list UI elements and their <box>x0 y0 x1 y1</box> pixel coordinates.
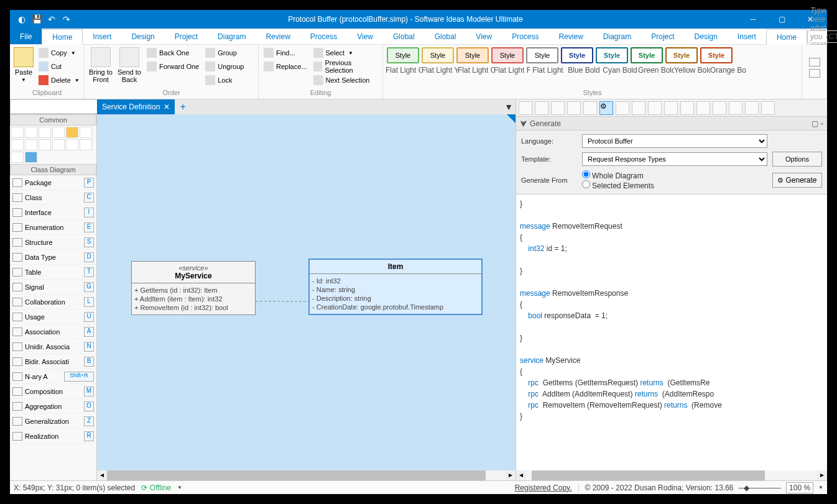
folder-tool[interactable] <box>66 127 78 138</box>
style-orange-bol[interactable]: Style <box>700 47 733 63</box>
code-output[interactable]: } message RemoveItemRequest{ int32 id = … <box>516 195 827 470</box>
tool-data-type[interactable]: Data TypeD <box>10 250 96 265</box>
ts-icon[interactable] <box>616 101 629 115</box>
code-hscroll[interactable]: ◂ ▸ <box>516 470 827 480</box>
style-cyan-bold[interactable]: Style <box>596 47 628 63</box>
tab-service-definition[interactable]: Service Definition ✕ <box>97 99 175 114</box>
tool-bidir-associati[interactable]: Bidir. AssociatiB <box>10 354 96 369</box>
ts-icon[interactable] <box>696 101 710 115</box>
tool-class[interactable]: ClassC <box>10 190 96 205</box>
generate-button[interactable]: ⚙ Generate <box>772 173 822 188</box>
menu-global[interactable]: Global <box>425 29 466 44</box>
menu-process[interactable]: Process <box>300 29 347 44</box>
menu-view[interactable]: View <box>466 29 502 44</box>
ts-icon[interactable] <box>648 101 662 115</box>
style-flat-light[interactable]: Style <box>526 47 558 63</box>
menu-global[interactable]: Global <box>383 29 425 44</box>
rect-tool[interactable] <box>80 127 92 138</box>
style-blue-bold[interactable]: Style <box>561 47 593 63</box>
tool-association[interactable]: AssociationA <box>10 324 96 339</box>
extra-icon[interactable] <box>809 58 820 66</box>
back-one-button[interactable]: Back One <box>144 46 201 60</box>
tool-package[interactable]: PackageP <box>10 175 96 190</box>
style-flat-light-o[interactable]: Style <box>456 47 489 63</box>
pin-icon[interactable]: ▢ ▫ <box>812 119 823 128</box>
tool-realization[interactable]: RealizationR <box>10 429 96 444</box>
menu-home[interactable]: Home <box>42 29 83 45</box>
tool-unidir-associa[interactable]: Unidir. AssociaN <box>10 339 96 354</box>
ts-icon[interactable] <box>519 101 532 115</box>
line-tool[interactable] <box>11 139 24 150</box>
box-tool[interactable] <box>52 139 65 150</box>
language-select[interactable]: Protocol Buffer <box>582 134 767 148</box>
style-yellow-bold[interactable]: Style <box>665 47 698 63</box>
find-button[interactable]: Find... <box>261 46 310 60</box>
minimize-button[interactable]: ─ <box>739 10 767 29</box>
classdiag-header[interactable]: Class Diagram <box>10 164 96 175</box>
tool-aggregation[interactable]: AggregationO <box>10 399 96 414</box>
menu-insert[interactable]: Insert <box>728 29 766 44</box>
ts-icon[interactable] <box>680 101 694 115</box>
copy-button[interactable]: Copy▼ <box>36 46 82 60</box>
window-tool[interactable] <box>80 139 92 150</box>
group-button[interactable]: Group <box>203 46 246 60</box>
grid-tool[interactable] <box>66 139 78 150</box>
menu-file[interactable]: File <box>10 29 42 44</box>
forward-one-button[interactable]: Forward One <box>144 60 201 73</box>
menu-project[interactable]: Project <box>641 29 684 44</box>
ts-icon[interactable] <box>632 101 645 115</box>
ts-icon[interactable] <box>729 101 742 115</box>
paste-button[interactable]: Paste ▼ <box>12 46 35 84</box>
style-flat-light-y[interactable]: Style <box>422 47 454 63</box>
style-flat-light-r[interactable]: Style <box>491 47 524 63</box>
prev-selection-button[interactable]: Previous Selection <box>311 60 380 73</box>
registration-link[interactable]: Registered Copy. <box>515 483 572 492</box>
association-line[interactable] <box>256 301 309 302</box>
uml-service-box[interactable]: «service» MyService + GetItems (id : int… <box>131 261 256 315</box>
tool-structure[interactable]: StructureS <box>10 235 96 250</box>
cut-button[interactable]: Cut <box>36 60 82 73</box>
ts-generate-icon[interactable]: ⚙ <box>599 101 613 115</box>
menu-review[interactable]: Review <box>256 29 300 44</box>
replace-button[interactable]: Replace... <box>261 60 310 73</box>
template-select[interactable]: Request Response Types <box>582 152 767 166</box>
ts-icon[interactable] <box>761 101 775 115</box>
menu-home[interactable]: Home <box>766 29 807 45</box>
menu-insert[interactable]: Insert <box>83 29 121 44</box>
menu-diagram[interactable]: Diagram <box>593 29 641 44</box>
chevron-down-icon[interactable]: ▼ <box>177 485 182 490</box>
menu-review[interactable]: Review <box>549 29 593 44</box>
menu-project[interactable]: Project <box>165 29 208 44</box>
move-tool[interactable] <box>25 127 37 138</box>
uml-item-box[interactable]: Item - Id: int32- Name: string- Descript… <box>308 259 483 315</box>
ts-icon[interactable] <box>567 101 581 115</box>
common-header[interactable]: Common <box>10 114 96 126</box>
tool-enumeration[interactable]: EnumerationE <box>10 220 96 235</box>
ts-icon[interactable] <box>745 101 759 115</box>
ts-icon[interactable] <box>713 101 726 115</box>
menu-design[interactable]: Design <box>121 29 164 44</box>
zoom-slider[interactable]: ─◆────── <box>739 483 782 492</box>
search-box[interactable]: Type here what you want to do... (CTRL+Q… <box>807 30 837 43</box>
whole-diagram-radio[interactable]: Whole Diagram <box>582 172 644 180</box>
tab-menu-icon[interactable]: ▼ <box>502 102 516 112</box>
tool-interface[interactable]: InterfaceI <box>10 205 96 220</box>
delete-button[interactable]: Delete▼ <box>36 73 82 87</box>
menu-view[interactable]: View <box>347 29 383 44</box>
zoom-dropdown-icon[interactable]: ▼ <box>818 485 823 490</box>
bring-to-front-button[interactable]: Bring to Front <box>87 46 114 85</box>
zoom-tool[interactable] <box>39 127 51 138</box>
tool-search-input[interactable] <box>10 99 107 114</box>
frame-tool[interactable] <box>11 152 24 163</box>
lock-button[interactable]: Lock <box>203 73 246 87</box>
add-tab-button[interactable]: + <box>175 101 190 112</box>
ts-icon[interactable] <box>551 101 565 115</box>
ts-icon[interactable] <box>664 101 678 115</box>
tool-collaboration[interactable]: CollaborationL <box>10 295 96 309</box>
save-icon[interactable]: 💾 <box>31 14 42 25</box>
select-button[interactable]: Select▼ <box>311 46 380 60</box>
next-selection-button[interactable]: Next Selection <box>311 73 380 87</box>
menu-design[interactable]: Design <box>685 29 728 44</box>
canvas-hscroll[interactable]: ◂ ▸ <box>97 470 516 480</box>
pointer-tool[interactable] <box>11 127 24 138</box>
